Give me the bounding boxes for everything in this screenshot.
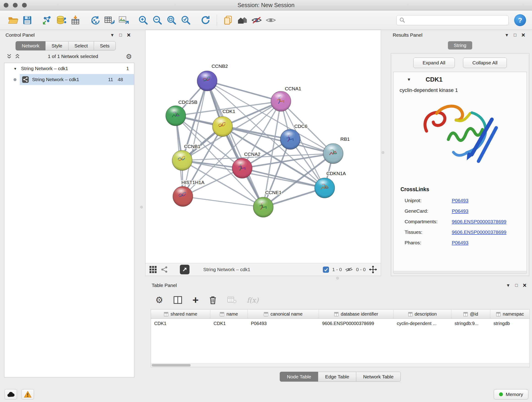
- network-node-CCNA2[interactable]: [232, 158, 252, 178]
- home-view-button[interactable]: [235, 13, 249, 27]
- scrollbar-thumb[interactable]: [152, 364, 191, 366]
- zoom-fit-button[interactable]: [165, 13, 179, 27]
- column-header-id[interactable]: @id: [451, 310, 490, 319]
- network-collection-row[interactable]: ▼ String Network – cdk1 1: [4, 63, 134, 74]
- birdseye-view-button[interactable]: [149, 266, 157, 274]
- tab-network[interactable]: Network: [16, 41, 46, 51]
- detach-view-button[interactable]: [180, 265, 190, 274]
- export-image-button[interactable]: [116, 13, 131, 27]
- open-session-button[interactable]: [6, 13, 20, 27]
- column-header-namespace[interactable]: namespac: [490, 310, 530, 319]
- zoom-out-button[interactable]: [150, 13, 165, 27]
- table-collapse-icon[interactable]: ▾: [504, 282, 512, 288]
- zoom-window-button[interactable]: [22, 3, 27, 7]
- table-options-gear-icon[interactable]: ⚙: [155, 295, 163, 305]
- network-node-CCNE1[interactable]: [253, 197, 273, 217]
- crosslink-pharos-link[interactable]: P06493: [452, 240, 526, 245]
- column-header-database-identifier[interactable]: database identifier: [319, 310, 394, 319]
- tree-expander-icon[interactable]: ▼: [13, 67, 17, 70]
- protein-expander-icon[interactable]: ▼: [407, 77, 411, 82]
- copy-document-button[interactable]: [221, 13, 235, 27]
- table-close-icon[interactable]: ×: [520, 282, 529, 289]
- column-header-description[interactable]: description: [394, 310, 451, 319]
- network-edge-CCNB2-CCNE1[interactable]: [207, 81, 263, 207]
- expand-all-icon[interactable]: [15, 53, 20, 59]
- automation-status-button[interactable]: [5, 389, 17, 400]
- results-float-icon[interactable]: □: [511, 32, 519, 38]
- search-input[interactable]: [408, 17, 506, 23]
- close-panel-icon[interactable]: ×: [125, 32, 133, 39]
- tab-sets[interactable]: Sets: [94, 41, 116, 51]
- crosslink-uniprot-link[interactable]: P06493: [452, 198, 526, 203]
- network-node-CCNB1[interactable]: [172, 150, 192, 171]
- results-collapse-icon[interactable]: ▾: [503, 32, 511, 38]
- results-close-icon[interactable]: ×: [519, 32, 527, 39]
- crosslink-tissues-link[interactable]: 9606.ENSP00000378699: [452, 230, 526, 235]
- tab-style[interactable]: Style: [45, 41, 69, 51]
- column-header-canonical-name[interactable]: canonical name: [248, 310, 319, 319]
- network-row[interactable]: String Network – cdk1 11 48: [4, 74, 134, 85]
- tab-network-table[interactable]: Network Table: [356, 372, 401, 382]
- network-options-gear-icon[interactable]: ⚙: [126, 52, 132, 61]
- save-session-button[interactable]: [20, 13, 34, 27]
- network-node-HIST1H1A[interactable]: [173, 186, 193, 206]
- left-splitter-grip[interactable]: [140, 206, 143, 208]
- export-table-button[interactable]: [102, 13, 116, 27]
- clone-network-button[interactable]: [88, 13, 102, 27]
- tab-select[interactable]: Select: [68, 41, 94, 51]
- tab-edge-table[interactable]: Edge Table: [318, 372, 356, 382]
- crosslink-compartments-link[interactable]: 9606.ENSP00000378699: [452, 219, 526, 224]
- hidden-eye-icon[interactable]: [345, 267, 353, 273]
- table-float-icon[interactable]: □: [512, 283, 520, 288]
- zoom-in-button[interactable]: [136, 13, 150, 27]
- hide-graphics-details-button[interactable]: [249, 13, 264, 27]
- help-button[interactable]: ?: [514, 14, 526, 26]
- close-window-button[interactable]: [4, 3, 8, 7]
- network-node-RB1[interactable]: [323, 143, 343, 164]
- import-network-database-button[interactable]: [54, 13, 68, 27]
- column-header-shared-name[interactable]: shared name: [151, 310, 210, 319]
- zoom-selected-button[interactable]: [179, 13, 193, 27]
- import-table-button[interactable]: [68, 13, 82, 27]
- network-edge-CCNE1-HIST1H1A[interactable]: [183, 196, 263, 207]
- collapse-panel-icon[interactable]: ▾: [108, 32, 116, 38]
- bottom-splitter-grip[interactable]: [336, 277, 339, 279]
- expand-all-button[interactable]: Expand All: [413, 57, 455, 68]
- selection-checkbox[interactable]: [323, 267, 329, 273]
- show-columns-icon[interactable]: [173, 296, 182, 304]
- crosslink-genecard-link[interactable]: P06493: [452, 208, 526, 214]
- collapse-all-icon[interactable]: [6, 53, 12, 59]
- import-network-file-button[interactable]: [40, 13, 54, 27]
- float-panel-icon[interactable]: □: [116, 32, 125, 38]
- minimize-window-button[interactable]: [13, 3, 18, 7]
- network-node-CDKN1A[interactable]: [315, 178, 335, 198]
- crosslink-label: GeneCard:: [405, 208, 452, 214]
- column-sort-icon: [334, 312, 339, 317]
- network-edge-CCNB2-HIST1H1A[interactable]: [183, 81, 207, 196]
- network-canvas[interactable]: CCNB2CCNA1CDC25BCDK1CDC6RB1CCNB1CCNA2CDK…: [146, 30, 381, 263]
- pan-crosshair-icon[interactable]: [369, 265, 377, 274]
- network-node-CDC6[interactable]: [280, 129, 300, 149]
- network-node-CCNB2[interactable]: [197, 71, 217, 91]
- right-splitter-grip[interactable]: [382, 151, 384, 154]
- table-horizontal-scrollbar[interactable]: [151, 363, 530, 367]
- cell-description: cyclin-dependent ...: [394, 319, 451, 328]
- refresh-button[interactable]: [198, 13, 213, 27]
- network-overview-button[interactable]: [161, 266, 168, 273]
- results-scrollbar[interactable]: [394, 271, 526, 273]
- tab-string[interactable]: String: [448, 41, 472, 50]
- table-row[interactable]: CDK1 CDK1 P06493 9606.ENSP00000378699 cy…: [151, 319, 530, 328]
- delete-column-trash-icon[interactable]: [209, 295, 217, 305]
- network-edge-CDK1-RB1[interactable]: [222, 127, 333, 153]
- coll apse-all-button[interactable]: Collapse All: [463, 57, 507, 68]
- network-node-CCNA1[interactable]: [271, 91, 291, 111]
- network-row-selected[interactable]: String Network – cdk1 11 48: [20, 74, 134, 85]
- tab-node-table[interactable]: Node Table: [280, 372, 318, 382]
- memory-button[interactable]: Memory: [494, 389, 528, 400]
- warnings-status-button[interactable]: [22, 389, 34, 400]
- network-node-CDC25B[interactable]: [166, 106, 186, 126]
- network-node-CDK1[interactable]: [212, 116, 233, 137]
- show-graphics-details-button[interactable]: [264, 13, 278, 27]
- add-column-icon[interactable]: +: [192, 295, 199, 305]
- column-header-name[interactable]: name: [210, 310, 248, 319]
